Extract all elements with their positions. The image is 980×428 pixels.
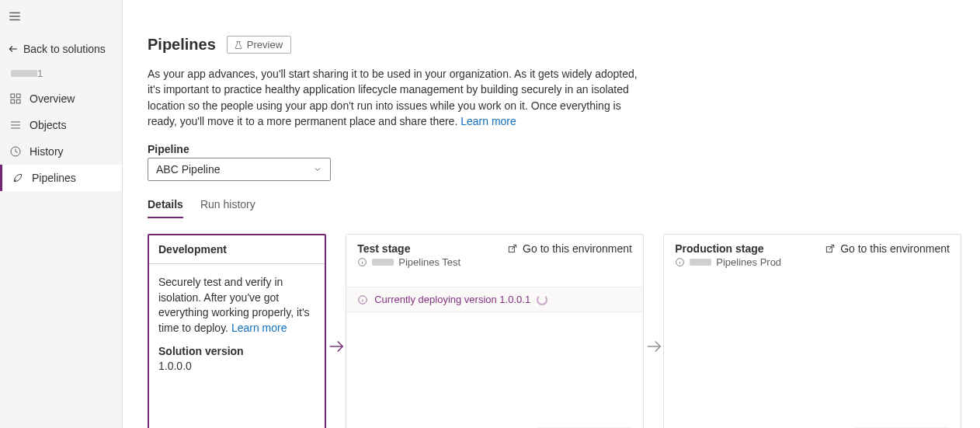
solution-version-label: Solution version: [158, 344, 315, 360]
svg-rect-5: [16, 94, 20, 98]
info-icon: [675, 257, 685, 267]
page-description: As your app advances, you'll start shari…: [148, 66, 645, 129]
objects-icon: [9, 119, 22, 131]
svg-rect-4: [11, 94, 15, 98]
arrow-test-to-prod: [644, 234, 663, 428]
nav-label: Pipelines: [32, 172, 76, 184]
svg-rect-6: [11, 99, 15, 103]
pipeline-selected: ABC Pipeline: [156, 163, 221, 176]
pipeline-select-label: Pipeline: [148, 143, 961, 155]
sidebar-item-overview[interactable]: Overview: [0, 85, 122, 112]
nav-label: Objects: [30, 119, 66, 131]
arrow-left-icon: [8, 43, 19, 54]
goto-test-env[interactable]: Go to this environment: [507, 242, 632, 255]
svg-rect-7: [16, 99, 20, 103]
arrow-right-icon: [645, 338, 662, 355]
stage-dev: Development Securely test and verify in …: [148, 234, 326, 428]
stage-dev-learn-more[interactable]: Learn more: [231, 322, 287, 334]
spinner-icon: [537, 294, 547, 305]
tab-run-history[interactable]: Run history: [200, 198, 255, 218]
back-label: Back to solutions: [23, 43, 106, 55]
info-icon: [357, 257, 367, 267]
stage-dev-title: Development: [158, 243, 227, 256]
deploying-banner: Currently deploying version 1.0.0.1: [346, 287, 643, 312]
arrow-right-icon: [328, 338, 345, 355]
nav-list: Overview Objects History Pipelines: [0, 85, 122, 191]
menu-toggle[interactable]: [0, 6, 122, 29]
header: Pipelines Preview: [148, 36, 961, 54]
sidebar-item-pipelines[interactable]: Pipelines: [0, 165, 122, 191]
info-icon: [357, 294, 368, 305]
preview-badge: Preview: [227, 36, 291, 54]
nav-label: History: [30, 145, 64, 158]
preview-label: Preview: [247, 39, 283, 50]
rocket-icon: [12, 172, 24, 184]
stage-prod: Production stage Pipelines Prod Go to th…: [663, 234, 961, 428]
open-new-icon: [825, 243, 836, 254]
stage-test-title: Test stage: [357, 242, 460, 255]
history-icon: [9, 145, 22, 158]
stage-test: Test stage Pipelines Test Go to this env…: [346, 234, 644, 428]
sidebar: Back to solutions 1 Overview Objects His…: [0, 0, 123, 428]
main-content: Pipelines Preview As your app advances, …: [123, 0, 980, 428]
chevron-down-icon: [313, 165, 322, 174]
arrow-dev-to-test: [326, 234, 346, 428]
nav-label: Overview: [30, 92, 75, 105]
goto-prod-env[interactable]: Go to this environment: [825, 242, 950, 255]
deploying-text: Currently deploying version 1.0.0.1: [374, 294, 530, 305]
stage-prod-title: Production stage: [675, 242, 781, 255]
grid-icon: [9, 92, 22, 105]
tab-details[interactable]: Details: [148, 198, 183, 218]
stage-test-env: Pipelines Test: [357, 256, 460, 268]
stages-row: Development Securely test and verify in …: [148, 234, 961, 428]
learn-more-link[interactable]: Learn more: [460, 115, 516, 127]
sidebar-item-objects[interactable]: Objects: [0, 112, 122, 138]
solution-version: 1.0.0.0: [158, 359, 315, 374]
page-title: Pipelines: [148, 36, 216, 54]
solution-name: 1: [0, 63, 122, 85]
stage-prod-env: Pipelines Prod: [675, 256, 781, 268]
tabs: Details Run history: [148, 198, 961, 218]
pipeline-select[interactable]: ABC Pipeline: [148, 158, 331, 181]
beaker-icon: [234, 40, 243, 50]
sidebar-item-history[interactable]: History: [0, 138, 122, 165]
open-new-icon: [507, 243, 518, 254]
back-to-solutions[interactable]: Back to solutions: [0, 35, 122, 63]
